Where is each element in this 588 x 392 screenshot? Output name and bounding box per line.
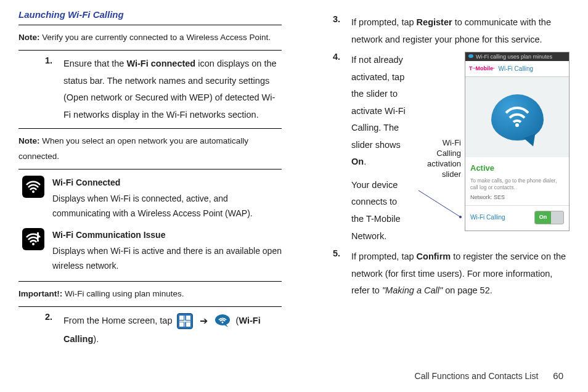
svg-point-9 xyxy=(221,322,223,324)
left-column: Launching Wi-Fi Calling Note: Verify you… xyxy=(18,9,282,361)
phone-status-panel: Active To make calls, go to the phone di… xyxy=(465,157,569,205)
right-column: 3. If prompted, tap Register to communic… xyxy=(306,9,570,361)
rule xyxy=(18,50,282,51)
active-label: Active xyxy=(470,161,564,176)
note-label: Note: xyxy=(18,136,40,145)
svg-rect-2 xyxy=(37,232,39,239)
note-2: Note: When you select an open network yo… xyxy=(18,134,282,164)
icon-row-connected: Wi-Fi Connected Displays when Wi-Fi is c… xyxy=(18,176,282,221)
svg-point-13 xyxy=(459,216,462,218)
step-body: If prompted, tap Register to communicate… xyxy=(351,14,570,48)
callout-label: Wi-Fi Calling activation slider xyxy=(417,138,461,180)
callout-line xyxy=(419,187,468,218)
step-number: 1. xyxy=(18,55,63,123)
step-body: If not already activated, tap the slider… xyxy=(351,52,410,245)
phone-slider-row: Wi-Fi Calling On xyxy=(465,205,569,231)
svg-rect-3 xyxy=(37,240,39,242)
svg-rect-7 xyxy=(186,322,190,327)
footer-section: Call Functions and Contacts List xyxy=(415,371,539,381)
svg-point-10 xyxy=(468,54,473,58)
step-number: 3. xyxy=(306,14,351,48)
phone-titlebar: T··Mobile· Wi-Fi Calling xyxy=(465,61,569,77)
network-label: Network: SES xyxy=(470,192,564,203)
svg-rect-5 xyxy=(186,316,190,320)
note-text: When you select an open network you are … xyxy=(18,136,248,160)
rule xyxy=(18,25,282,25)
page-footer: Call Functions and Contacts List 60 xyxy=(415,370,563,381)
svg-line-12 xyxy=(419,190,460,217)
section-heading: Launching Wi-Fi Calling xyxy=(18,9,282,20)
rule xyxy=(18,128,282,129)
phone-statusbar: Wi-Fi calling uses plan minutes xyxy=(465,52,569,61)
wifi-calling-app-icon xyxy=(214,314,232,329)
phone-graphic xyxy=(465,77,569,157)
icon-title: Wi-Fi Connected xyxy=(52,176,282,190)
step-2: 2. From the Home screen, tap ➔ xyxy=(18,312,282,348)
step-1: 1. Ensure that the Wi-Fi connected icon … xyxy=(18,55,282,123)
icon-title: Wi-Fi Communication Issue xyxy=(52,228,282,243)
wifi-connected-icon xyxy=(22,176,44,198)
step-body: Ensure that the Wi-Fi connected icon dis… xyxy=(63,55,282,123)
footer-page-number: 60 xyxy=(553,370,563,381)
step-4: 4. If not already activated, tap the sli… xyxy=(306,52,570,245)
step-body: If prompted, tap Confirm to register the… xyxy=(351,248,570,300)
rule xyxy=(18,169,282,169)
speech-bubble-icon xyxy=(491,94,544,141)
arrow-icon: ➔ xyxy=(200,312,208,330)
note-1: Note: Verify you are currently connected… xyxy=(18,30,282,45)
phone-screenshot: Wi-Fi calling uses plan minutes T··Mobil… xyxy=(465,52,570,231)
rule xyxy=(18,281,282,282)
step-number: 5. xyxy=(306,248,351,300)
active-subtext: To make calls, go to the phone dialer, c… xyxy=(470,178,564,191)
svg-rect-6 xyxy=(179,322,184,327)
note-text: Wi-Fi calling using plan minutes. xyxy=(62,289,184,298)
svg-point-1 xyxy=(32,243,35,245)
icon-desc: Displays when Wi-Fi is active and there … xyxy=(52,246,282,271)
svg-point-11 xyxy=(515,123,519,127)
wifi-issue-icon xyxy=(22,228,44,250)
toggle-on-label: On xyxy=(535,211,551,224)
icon-desc: Displays when Wi-Fi is connected, active… xyxy=(52,194,253,218)
apps-grid-icon xyxy=(177,313,193,329)
note-text: Verify you are currently connected to a … xyxy=(40,33,271,42)
svg-rect-4 xyxy=(179,316,184,320)
icon-row-issue: Wi-Fi Communication Issue Displays when … xyxy=(18,228,282,273)
rule xyxy=(18,306,282,307)
note-label: Note: xyxy=(18,33,40,42)
feature-title: Wi-Fi Calling xyxy=(499,63,534,75)
slider-label: Wi-Fi Calling xyxy=(470,211,505,223)
wifi-calling-toggle[interactable]: On xyxy=(534,211,564,224)
important-note: Important!: Wi-Fi calling using plan min… xyxy=(18,287,282,301)
step-body: From the Home screen, tap ➔ xyxy=(63,312,282,348)
step-number: 2. xyxy=(18,312,63,348)
step-number: 4. xyxy=(306,52,351,245)
step-5: 5. If prompted, tap Confirm to register … xyxy=(306,248,570,300)
carrier-logo: T··Mobile· xyxy=(469,63,495,74)
svg-point-0 xyxy=(32,190,35,193)
note-label: Important!: xyxy=(18,289,62,298)
step-3: 3. If prompted, tap Register to communic… xyxy=(306,14,570,48)
